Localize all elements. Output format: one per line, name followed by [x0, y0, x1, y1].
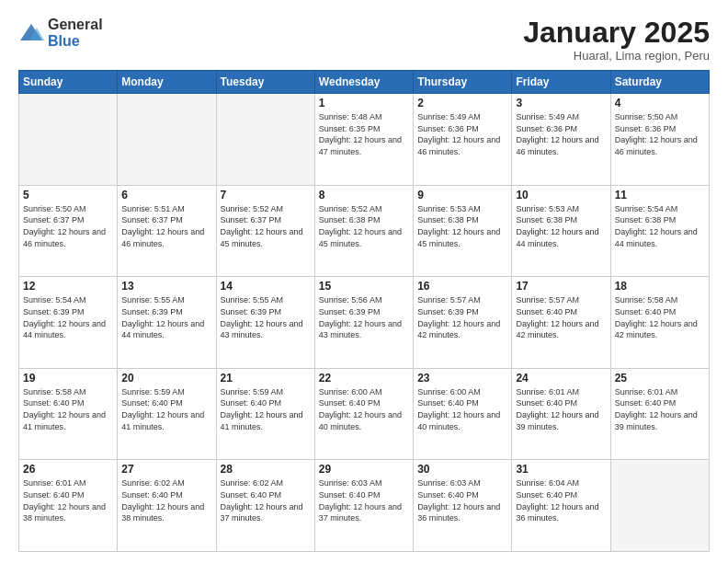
- day-info: Sunrise: 6:01 AM Sunset: 6:40 PM Dayligh…: [23, 477, 113, 523]
- day-info: Sunrise: 5:52 AM Sunset: 6:38 PM Dayligh…: [319, 203, 409, 249]
- day-number: 3: [516, 97, 606, 109]
- day-info: Sunrise: 6:03 AM Sunset: 6:40 PM Dayligh…: [319, 477, 409, 523]
- calendar-week-row: 26Sunrise: 6:01 AM Sunset: 6:40 PM Dayli…: [19, 460, 710, 552]
- calendar-cell: 4Sunrise: 5:50 AM Sunset: 6:36 PM Daylig…: [610, 94, 709, 186]
- calendar-cell: [216, 94, 314, 186]
- day-number: 8: [319, 189, 409, 201]
- day-number: 23: [417, 372, 507, 385]
- day-number: 15: [319, 280, 409, 293]
- day-info: Sunrise: 5:48 AM Sunset: 6:35 PM Dayligh…: [319, 111, 409, 157]
- day-number: 12: [23, 280, 113, 293]
- day-number: 1: [319, 97, 409, 109]
- month-title: January 2025: [523, 17, 710, 49]
- day-info: Sunrise: 5:54 AM Sunset: 6:38 PM Dayligh…: [615, 203, 705, 249]
- subtitle: Huaral, Lima region, Peru: [523, 49, 710, 63]
- day-number: 6: [121, 189, 211, 201]
- calendar-cell: [19, 94, 118, 186]
- day-number: 27: [121, 463, 211, 476]
- day-info: Sunrise: 5:49 AM Sunset: 6:36 PM Dayligh…: [516, 111, 606, 157]
- calendar-cell: 7Sunrise: 5:52 AM Sunset: 6:37 PM Daylig…: [216, 185, 314, 277]
- day-number: 7: [221, 189, 311, 201]
- calendar-cell: 18Sunrise: 5:58 AM Sunset: 6:40 PM Dayli…: [610, 277, 709, 369]
- logo-general-text: General: [48, 17, 103, 33]
- calendar-cell: 12Sunrise: 5:54 AM Sunset: 6:39 PM Dayli…: [19, 277, 118, 369]
- day-info: Sunrise: 5:55 AM Sunset: 6:39 PM Dayligh…: [121, 294, 211, 340]
- calendar-cell: 20Sunrise: 5:59 AM Sunset: 6:40 PM Dayli…: [118, 368, 216, 460]
- calendar-cell: 5Sunrise: 5:50 AM Sunset: 6:37 PM Daylig…: [19, 185, 118, 277]
- calendar-cell: 19Sunrise: 5:58 AM Sunset: 6:40 PM Dayli…: [19, 368, 118, 460]
- logo-blue-text: Blue: [48, 33, 103, 50]
- day-info: Sunrise: 5:52 AM Sunset: 6:37 PM Dayligh…: [221, 203, 311, 249]
- day-info: Sunrise: 5:54 AM Sunset: 6:39 PM Dayligh…: [23, 294, 113, 340]
- day-info: Sunrise: 5:57 AM Sunset: 6:40 PM Dayligh…: [516, 294, 606, 340]
- day-info: Sunrise: 6:02 AM Sunset: 6:40 PM Dayligh…: [221, 477, 311, 523]
- header: General Blue January 2025 Huaral, Lima r…: [18, 17, 710, 63]
- calendar-cell: 1Sunrise: 5:48 AM Sunset: 6:35 PM Daylig…: [314, 94, 413, 186]
- logo: General Blue: [18, 17, 103, 49]
- calendar-week-row: 1Sunrise: 5:48 AM Sunset: 6:35 PM Daylig…: [19, 94, 710, 186]
- day-number: 19: [23, 372, 113, 385]
- calendar-table: SundayMondayTuesdayWednesdayThursdayFrid…: [18, 70, 710, 552]
- calendar-cell: 6Sunrise: 5:51 AM Sunset: 6:37 PM Daylig…: [118, 185, 216, 277]
- day-number: 4: [615, 97, 705, 109]
- day-number: 26: [23, 463, 113, 476]
- calendar-cell: 21Sunrise: 5:59 AM Sunset: 6:40 PM Dayli…: [216, 368, 314, 460]
- calendar-cell: 16Sunrise: 5:57 AM Sunset: 6:39 PM Dayli…: [414, 277, 512, 369]
- calendar-cell: 9Sunrise: 5:53 AM Sunset: 6:38 PM Daylig…: [414, 185, 512, 277]
- weekday-header: Wednesday: [314, 71, 413, 94]
- day-info: Sunrise: 5:55 AM Sunset: 6:39 PM Dayligh…: [221, 294, 311, 340]
- day-info: Sunrise: 5:53 AM Sunset: 6:38 PM Dayligh…: [516, 203, 606, 249]
- day-number: 2: [417, 97, 507, 109]
- calendar-cell: 11Sunrise: 5:54 AM Sunset: 6:38 PM Dayli…: [610, 185, 709, 277]
- weekday-header: Monday: [118, 71, 216, 94]
- day-info: Sunrise: 5:50 AM Sunset: 6:37 PM Dayligh…: [23, 203, 113, 249]
- calendar-cell: 28Sunrise: 6:02 AM Sunset: 6:40 PM Dayli…: [216, 460, 314, 552]
- day-info: Sunrise: 6:00 AM Sunset: 6:40 PM Dayligh…: [319, 386, 409, 432]
- day-number: 20: [121, 372, 211, 385]
- calendar-cell: [610, 460, 709, 552]
- day-number: 13: [121, 280, 211, 293]
- day-number: 14: [221, 280, 311, 293]
- calendar-header-row: SundayMondayTuesdayWednesdayThursdayFrid…: [19, 71, 710, 94]
- day-info: Sunrise: 5:57 AM Sunset: 6:39 PM Dayligh…: [417, 294, 507, 340]
- day-info: Sunrise: 5:53 AM Sunset: 6:38 PM Dayligh…: [417, 203, 507, 249]
- day-number: 18: [615, 280, 705, 293]
- calendar-cell: 8Sunrise: 5:52 AM Sunset: 6:38 PM Daylig…: [314, 185, 413, 277]
- day-info: Sunrise: 6:00 AM Sunset: 6:40 PM Dayligh…: [417, 386, 507, 432]
- calendar-cell: 3Sunrise: 5:49 AM Sunset: 6:36 PM Daylig…: [512, 94, 610, 186]
- weekday-header: Saturday: [610, 71, 709, 94]
- calendar-cell: 24Sunrise: 6:01 AM Sunset: 6:40 PM Dayli…: [512, 368, 610, 460]
- logo-icon: [18, 20, 44, 46]
- day-number: 9: [417, 189, 507, 201]
- day-info: Sunrise: 5:59 AM Sunset: 6:40 PM Dayligh…: [121, 386, 211, 432]
- day-info: Sunrise: 5:58 AM Sunset: 6:40 PM Dayligh…: [615, 294, 705, 340]
- day-number: 29: [319, 463, 409, 476]
- day-number: 31: [516, 463, 606, 476]
- weekday-header: Sunday: [19, 71, 118, 94]
- calendar-cell: 30Sunrise: 6:03 AM Sunset: 6:40 PM Dayli…: [414, 460, 512, 552]
- calendar-cell: 17Sunrise: 5:57 AM Sunset: 6:40 PM Dayli…: [512, 277, 610, 369]
- calendar-cell: 2Sunrise: 5:49 AM Sunset: 6:36 PM Daylig…: [414, 94, 512, 186]
- calendar-week-row: 5Sunrise: 5:50 AM Sunset: 6:37 PM Daylig…: [19, 185, 710, 277]
- day-info: Sunrise: 5:58 AM Sunset: 6:40 PM Dayligh…: [23, 386, 113, 432]
- day-info: Sunrise: 6:01 AM Sunset: 6:40 PM Dayligh…: [516, 386, 606, 432]
- calendar-cell: 25Sunrise: 6:01 AM Sunset: 6:40 PM Dayli…: [610, 368, 709, 460]
- day-number: 5: [23, 189, 113, 201]
- day-info: Sunrise: 5:51 AM Sunset: 6:37 PM Dayligh…: [121, 203, 211, 249]
- calendar-cell: 22Sunrise: 6:00 AM Sunset: 6:40 PM Dayli…: [314, 368, 413, 460]
- calendar-week-row: 12Sunrise: 5:54 AM Sunset: 6:39 PM Dayli…: [19, 277, 710, 369]
- logo-text: General Blue: [48, 17, 103, 49]
- calendar-cell: 15Sunrise: 5:56 AM Sunset: 6:39 PM Dayli…: [314, 277, 413, 369]
- page: General Blue January 2025 Huaral, Lima r…: [0, 0, 728, 563]
- weekday-header: Thursday: [414, 71, 512, 94]
- day-number: 24: [516, 372, 606, 385]
- day-number: 28: [221, 463, 311, 476]
- calendar-cell: 10Sunrise: 5:53 AM Sunset: 6:38 PM Dayli…: [512, 185, 610, 277]
- day-info: Sunrise: 6:03 AM Sunset: 6:40 PM Dayligh…: [417, 477, 507, 523]
- day-info: Sunrise: 5:50 AM Sunset: 6:36 PM Dayligh…: [615, 111, 705, 157]
- day-info: Sunrise: 6:02 AM Sunset: 6:40 PM Dayligh…: [121, 477, 211, 523]
- day-number: 16: [417, 280, 507, 293]
- calendar-cell: 14Sunrise: 5:55 AM Sunset: 6:39 PM Dayli…: [216, 277, 314, 369]
- title-block: January 2025 Huaral, Lima region, Peru: [523, 17, 710, 63]
- day-number: 22: [319, 372, 409, 385]
